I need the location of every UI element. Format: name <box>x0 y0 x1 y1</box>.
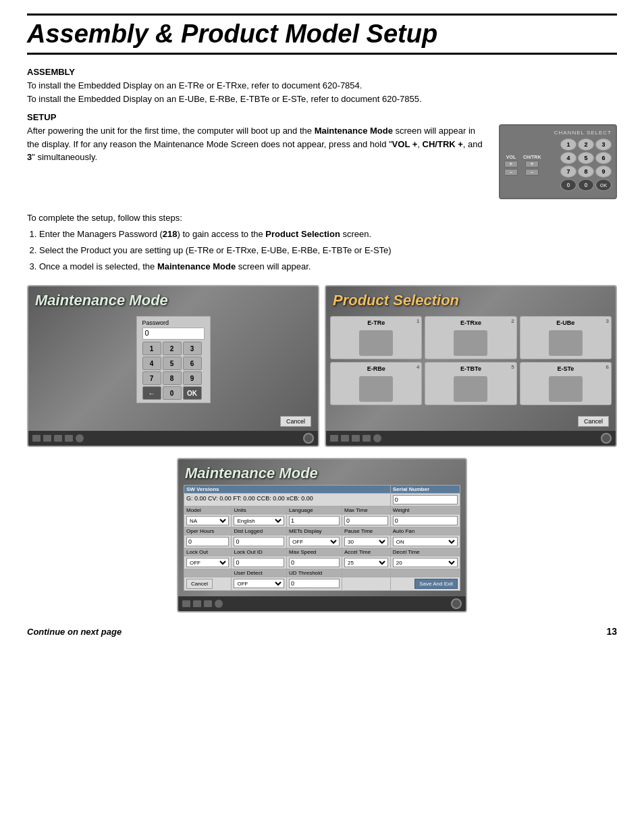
units-select[interactable]: English <box>234 516 284 525</box>
ps-num-5: 5 <box>511 364 514 370</box>
continue-text: Continue on next page <box>27 627 122 637</box>
screen-ps-title: Product Selection <box>333 292 609 309</box>
password-input: 0 <box>142 328 205 340</box>
model-label: Model <box>184 506 232 515</box>
np-2: 2 <box>163 342 182 355</box>
labels-row3: Lock Out Lock Out ID Max Speed Accel Tim… <box>184 548 460 556</box>
ps-item-etre: 1 E-TRe <box>330 316 422 359</box>
values-row4: Cancel OFF 0 Save And Exit <box>184 577 460 591</box>
sw-versions-label: SW Versions <box>184 486 391 494</box>
lock-out-id-label: Lock Out ID <box>232 548 287 556</box>
lock-out-id-input[interactable]: 0 <box>234 558 284 567</box>
page-title: Assembly & Product Model Setup <box>27 20 617 49</box>
language-label: Language <box>287 506 342 515</box>
product-selection-screen: Product Selection 1 E-TRe 2 E-TRxe 3 E-U… <box>325 285 617 447</box>
ps-machine-este <box>549 376 583 402</box>
lock-out-select[interactable]: OFF <box>186 558 229 567</box>
screen-ps-cancel-button[interactable]: Cancel <box>578 416 609 427</box>
key-combo-bold: VOL + <box>392 139 418 149</box>
decel-time-select[interactable]: 20 <box>393 558 458 567</box>
page-number: 13 <box>606 626 617 637</box>
vol-label: VOL <box>506 155 516 159</box>
setup-section: SETUP CHANNEL SELECT VOL + − CH/TRK + − … <box>27 112 617 205</box>
np-4: 4 <box>142 357 161 370</box>
ud-threshold-input[interactable]: 0 <box>289 579 340 588</box>
max-speed-input[interactable]: 0 <box>289 558 340 567</box>
serial-number-input[interactable]: 0 <box>393 495 458 504</box>
maintenance-mode-bold: Maintenance Mode <box>315 126 393 136</box>
ps-item-este: 6 E-STe <box>520 362 612 405</box>
assembly-body: To install the Embedded Display on an E-… <box>27 79 617 105</box>
step-1: Enter the Managers Password (218) to gai… <box>39 227 617 242</box>
user-detect-value-cell: OFF <box>232 577 287 591</box>
s2-icon-box3 <box>204 600 212 607</box>
user-detect-select[interactable]: OFF <box>234 579 284 588</box>
ps-num-2: 2 <box>511 318 514 324</box>
accel-time-select[interactable]: 25 <box>344 558 388 567</box>
screen2-bottom-bar <box>178 596 466 611</box>
save-exit-button[interactable]: Save And Exit <box>414 579 458 589</box>
btn-4: 4 <box>560 152 576 164</box>
mets-display-select[interactable]: OFF <box>289 537 340 546</box>
password-label: Password <box>142 319 205 326</box>
model-select[interactable]: NA <box>186 516 229 525</box>
max-speed-label: Max Speed <box>287 548 342 556</box>
auto-fan-select[interactable]: ON <box>393 537 458 546</box>
ps-machine-etrxe <box>454 330 487 356</box>
np-1: 1 <box>142 342 161 355</box>
dist-logged-input[interactable]: 0 <box>234 537 284 546</box>
oper-hours-label: Oper Hours <box>184 527 232 536</box>
decel-time-label: Decel Time <box>390 548 460 556</box>
icon-box4 <box>65 435 73 442</box>
spacer1 <box>342 569 391 577</box>
setup-heading: SETUP <box>27 112 617 122</box>
cancel-btn-cell: Cancel <box>184 577 232 591</box>
screen1-title-bar: Maintenance Mode <box>28 286 318 312</box>
btn-0a: 0 <box>560 179 576 191</box>
mets-display-value-cell: OFF <box>287 536 342 548</box>
ps-label-etrxe: E-TRxe <box>460 319 481 326</box>
units-label: Units <box>232 506 287 515</box>
maintenance-mode-screen2: Maintenance Mode SW Versions Serial Numb… <box>177 458 467 613</box>
lock-out-label: Lock Out <box>184 548 232 556</box>
weight-input[interactable]: 0 <box>393 516 458 525</box>
screen2-title: Maintenance Mode <box>185 465 459 482</box>
screen1-content: Password 0 1 2 3 4 5 6 7 8 9 ← 0 OK <box>28 312 318 410</box>
trk-minus: − <box>525 169 539 176</box>
model-value-cell: NA <box>184 515 232 527</box>
sw-versions-row: SW Versions Serial Number <box>184 486 460 494</box>
ps-icon-box2 <box>341 435 349 442</box>
mets-display-label: METs Display <box>287 527 342 536</box>
ps-num-6: 6 <box>606 364 609 370</box>
oper-hours-input[interactable]: 0 <box>186 537 229 546</box>
np-8: 8 <box>163 371 182 385</box>
remote-control-image: CHANNEL SELECT VOL + − CH/TRK + − 1 2 3 … <box>499 124 617 199</box>
ud-threshold-value-cell: 0 <box>287 577 342 591</box>
screen2-bottom-icons <box>182 600 223 608</box>
labels-row1: Model Units Language Max Time Weight <box>184 506 460 515</box>
oper-hours-value-cell: 0 <box>184 536 232 548</box>
screen1-cancel-button[interactable]: Cancel <box>280 416 311 427</box>
language-input[interactable]: 1 <box>289 516 340 525</box>
ch-trk-label: CH/TRK <box>523 155 541 159</box>
pause-time-select[interactable]: 30 <box>344 537 388 546</box>
maintenance-mode-screen1: Maintenance Mode Password 0 1 2 3 4 5 6 … <box>27 285 319 447</box>
spacer3 <box>342 577 391 591</box>
btn-6: 6 <box>595 152 612 164</box>
btn-7: 7 <box>560 165 576 178</box>
s2-icon-box1 <box>182 600 190 607</box>
ps-icon-box1 <box>330 435 338 442</box>
mm2-cancel-button[interactable]: Cancel <box>186 579 213 589</box>
screen1-title: Maintenance Mode <box>35 292 311 309</box>
lock-out-value-cell: OFF <box>184 556 232 569</box>
ps-machine-eube <box>549 330 583 356</box>
ps-bottom-icons <box>330 434 381 442</box>
ps-machine-etre <box>359 330 393 356</box>
ps-num-3: 3 <box>606 318 609 324</box>
screen2-title-bar: Maintenance Mode <box>178 459 466 485</box>
max-time-input[interactable]: 0 <box>344 516 388 525</box>
screens-row: Maintenance Mode Password 0 1 2 3 4 5 6 … <box>27 285 617 447</box>
person-icon <box>76 434 84 442</box>
screens-row2: Maintenance Mode SW Versions Serial Numb… <box>27 458 617 613</box>
ud-threshold-label: UD Threshold <box>287 569 342 577</box>
